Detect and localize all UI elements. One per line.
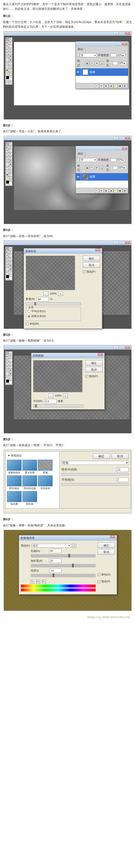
dodge-tool[interactable]: ◑ (9, 58, 12, 62)
tool[interactable]: ↺ (9, 156, 12, 159)
preview-check[interactable]: 预览(P) (83, 270, 100, 274)
color-swatch[interactable] (6, 180, 12, 185)
folder-icon[interactable]: 📁 (114, 84, 117, 88)
ok-button[interactable]: 确定 (98, 542, 115, 548)
tool[interactable]: ○ (5, 268, 9, 271)
tool[interactable]: ✋ (5, 177, 9, 180)
cancel-button[interactable]: 取消 (83, 262, 100, 268)
lock-icon[interactable]: ✎ (90, 166, 94, 170)
smooth-field[interactable]: 2 (116, 477, 129, 482)
mask-icon[interactable]: ◐ (104, 84, 108, 88)
ok-button[interactable]: 确定 (85, 360, 103, 366)
zoom-tool[interactable]: 🔍 (9, 72, 12, 75)
pen-tool[interactable]: ✒ (5, 62, 9, 65)
uniform-radio[interactable]: 平均分布(U) (28, 309, 79, 314)
tool[interactable]: ◫ (5, 264, 9, 268)
filter-thumb[interactable]: 喷溅 (38, 460, 53, 475)
maximize-button[interactable]: □ (119, 346, 125, 349)
hand-tool[interactable]: ✋ (5, 72, 9, 75)
smooth-slider[interactable] (61, 483, 129, 486)
tool[interactable]: ✎ (9, 362, 12, 365)
lock-all-icon[interactable]: 🔒 (100, 61, 104, 65)
layer-item[interactable]: 👁 结草 (76, 68, 128, 76)
mono-check[interactable]: 单色(M) (26, 322, 81, 326)
adjust-icon[interactable]: ◑ (109, 189, 113, 193)
filter-thumb[interactable]: 深色线条 (38, 475, 53, 490)
lock-icon[interactable]: ✥ (95, 166, 99, 170)
text-tool[interactable]: T (9, 166, 12, 169)
tool[interactable]: ⊛ (5, 152, 9, 156)
tool[interactable]: ↗ (5, 169, 9, 173)
move-tool[interactable]: ↖ (5, 37, 9, 41)
radius-slider[interactable] (33, 404, 83, 407)
panel-close[interactable]: × (122, 147, 127, 150)
tool[interactable]: ✦ (9, 146, 12, 149)
dialog-close[interactable]: × (110, 535, 115, 538)
tool[interactable]: ⟋ (9, 358, 12, 362)
zoom-in[interactable]: + (63, 394, 68, 398)
fx-icon[interactable]: fx (100, 84, 104, 88)
marquee-tool[interactable]: ▭ (9, 37, 12, 41)
zoom-in[interactable]: + (58, 291, 63, 296)
minimize-button[interactable]: — (113, 346, 118, 349)
amount-slider[interactable] (26, 302, 81, 305)
spatter-radius-slider[interactable] (61, 473, 129, 475)
ok-button[interactable]: 确定 (83, 256, 100, 261)
tool[interactable]: ⊟ (5, 260, 9, 264)
filter-thumb[interactable]: 强化的边缘 (22, 475, 37, 490)
filter-group[interactable]: ▼ 画笔描边 (7, 453, 58, 459)
tool[interactable]: ⊛ (5, 257, 9, 260)
tool[interactable]: ◫ (5, 369, 9, 372)
eyedrop-add-icon[interactable]: ✎+ (36, 580, 40, 584)
close-button[interactable]: × (125, 32, 130, 35)
tool[interactable]: ✦ (9, 250, 12, 254)
layers-tab[interactable]: 图层 (76, 151, 85, 157)
tool[interactable]: ⟋ (9, 149, 12, 152)
tool[interactable]: ✎ (9, 257, 12, 260)
trash-icon[interactable]: 🗑 (123, 189, 127, 193)
hue-field[interactable]: 49 (49, 549, 61, 553)
tool[interactable]: ⧉ (5, 149, 9, 152)
close-button[interactable]: × (125, 137, 130, 140)
new-icon[interactable]: ▣ (118, 189, 122, 193)
colorize-check[interactable]: 着色(O) (98, 572, 115, 577)
tool[interactable]: ▢ (9, 169, 12, 173)
filter-thumb[interactable]: 阴影线 (22, 491, 37, 506)
sat-slider[interactable] (31, 564, 96, 567)
tool[interactable]: ⊛ (5, 362, 9, 365)
folder-icon[interactable]: 📁 (114, 189, 117, 193)
tool[interactable]: ⧉ (5, 254, 9, 257)
tool[interactable]: ◑ (9, 372, 12, 375)
tool[interactable]: ▤ (9, 369, 12, 372)
wand-tool[interactable]: ✦ (9, 41, 12, 44)
opacity-field[interactable]: 100%▸ (110, 158, 125, 162)
trash-icon[interactable]: 🗑 (123, 84, 127, 88)
blend-mode-select[interactable]: 正常▾ (77, 158, 97, 162)
radius-field[interactable]: 0.9 (44, 399, 57, 403)
brush-tool[interactable]: ✎ (9, 48, 12, 51)
preset-menu-icon[interactable]: ≡ (72, 544, 76, 548)
tool[interactable]: ▤ (9, 159, 12, 163)
tool[interactable]: 🔍 (9, 177, 12, 180)
text-tool[interactable]: T (9, 375, 12, 379)
opacity-field[interactable]: 100%▸ (110, 54, 125, 57)
panel-min[interactable]: — (116, 147, 122, 150)
stamp-tool[interactable]: ⊟ (5, 51, 9, 55)
close-button[interactable]: × (125, 346, 130, 349)
zoom-out[interactable]: − (49, 394, 53, 398)
cancel-button[interactable]: 取消 (85, 367, 103, 372)
tool[interactable]: ⊟ (5, 156, 9, 159)
panel-close[interactable]: × (122, 42, 127, 45)
adjust-icon[interactable]: ◑ (109, 84, 113, 88)
tool[interactable]: ↖ (5, 247, 9, 250)
mask-icon[interactable]: ◐ (104, 189, 108, 193)
tool[interactable]: ○ (5, 163, 9, 166)
crop-tool[interactable]: ⧉ (5, 44, 9, 48)
color-swatch[interactable] (6, 379, 12, 384)
gradient-tool[interactable]: ▤ (9, 55, 12, 58)
lock-icon[interactable]: 🔒 (100, 166, 104, 170)
tool[interactable]: ▭ (9, 351, 12, 355)
color-swatch[interactable] (6, 275, 12, 280)
hue-slider[interactable] (31, 554, 96, 558)
minimize-button[interactable]: — (113, 32, 118, 35)
